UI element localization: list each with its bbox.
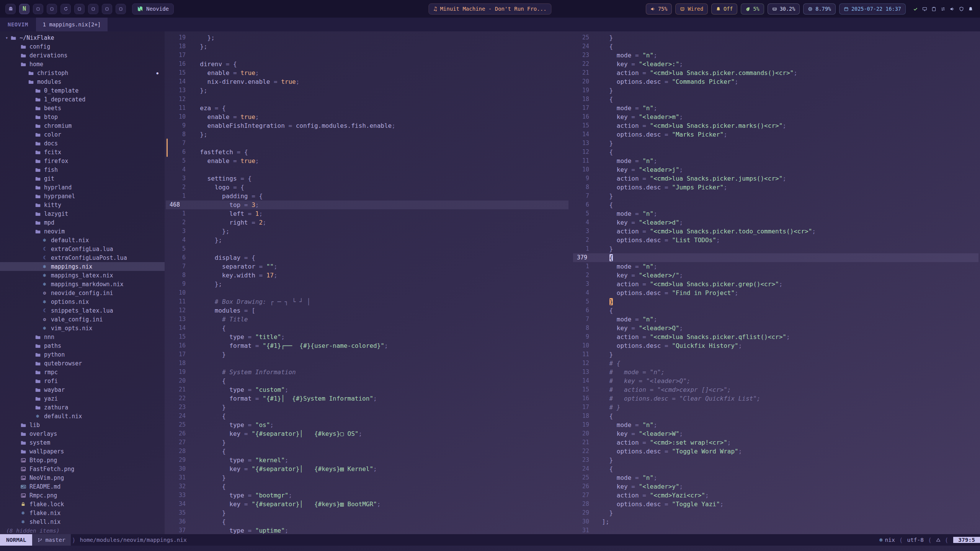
tree-item-color[interactable]: color — [0, 130, 165, 139]
tree-item-lazygit[interactable]: lazygit — [0, 209, 165, 218]
code-line: 6 display = { — [166, 253, 568, 262]
network-traffic-icon[interactable] — [941, 7, 946, 11]
tree-item-label: christoph — [37, 70, 68, 77]
tree-item-python[interactable]: python — [0, 350, 165, 359]
tree-item-lib[interactable]: lib — [0, 421, 165, 429]
tree-item-fastfetch-png[interactable]: FastFetch.png — [0, 465, 165, 473]
tree-item-label: default.nix — [51, 237, 89, 244]
tree-item-default-nix[interactable]: ❄default.nix — [0, 412, 165, 421]
clipboard-icon[interactable] — [931, 7, 936, 11]
file-tree[interactable]: ▾~/NixFlakeconfigderivationshomechristop… — [0, 31, 165, 534]
vpn-icon[interactable] — [959, 7, 964, 11]
tree-item-mappings-markdown-nix[interactable]: ❄mappings_markdown.nix — [0, 280, 165, 289]
clock-module[interactable]: 2025-07-22 16:37 — [839, 3, 906, 15]
tree-item-beets[interactable]: beets — [0, 104, 165, 112]
tree-item-git[interactable]: git — [0, 174, 165, 183]
tree-item-waybar[interactable]: waybar — [0, 385, 165, 394]
network-module[interactable]: Wired — [675, 3, 708, 15]
tree-item-extraconfigluapost-lua[interactable]: ☾extraConfigLuaPost.lua — [0, 253, 165, 262]
tree-item-vale-config-ini[interactable]: ⚙vale_config.ini — [0, 315, 165, 324]
workspace-9-button[interactable] — [116, 4, 126, 14]
tree-item-zathura[interactable]: zathura — [0, 403, 165, 412]
tree-item-derivations[interactable]: derivations — [0, 51, 165, 60]
tree-item-0-template[interactable]: 0_template — [0, 86, 165, 95]
tab-mappings-nix[interactable]: 1 mappings.nix[2+] — [36, 18, 108, 31]
tree-item-rmpc[interactable]: rmpc — [0, 368, 165, 377]
tree-item-fish[interactable]: fish — [0, 165, 165, 174]
tree-item-1-deprecated[interactable]: 1_deprecated — [0, 95, 165, 104]
tree-item-wallpapers[interactable]: wallpapers — [0, 447, 165, 456]
workspace-3-button[interactable] — [33, 4, 43, 14]
volume-module[interactable]: 75% — [646, 3, 672, 15]
tree-item-vim-opts-nix[interactable]: ❄vim_opts.nix — [0, 324, 165, 333]
editor-pane-right[interactable]: 25 }24 {23 mode = "n";22 key = "<leader>… — [573, 31, 978, 534]
workspace-7-button[interactable] — [88, 4, 98, 14]
tree-item-readme-md[interactable]: README.md — [0, 482, 165, 491]
workspace-6-button[interactable] — [74, 4, 85, 14]
tree-item-paths[interactable]: paths — [0, 341, 165, 350]
workspace-1-button[interactable] — [5, 4, 16, 14]
cpu-module[interactable]: 8.79% — [803, 3, 836, 15]
tree-item-nixflake[interactable]: ▾~/NixFlake — [0, 33, 165, 42]
tree-item-options-nix[interactable]: ❄options.nix — [0, 297, 165, 306]
code-line: 6 { — [573, 306, 978, 315]
tree-item-default-nix[interactable]: ❄default.nix — [0, 236, 165, 245]
tree-item-flake-nix[interactable]: ❄flake.nix — [0, 509, 165, 517]
tree-item-mappings-nix[interactable]: ❄mappings.nix — [0, 262, 165, 271]
topbar-modules: 75%WiredOff5%30.2%8.79%2025-07-22 16:37 — [646, 3, 906, 15]
memory-module[interactable]: 30.2% — [768, 3, 800, 15]
tree-item-firefox[interactable]: firefox — [0, 156, 165, 165]
tree-item-fcitx[interactable]: fcitx — [0, 148, 165, 156]
tree-item-docs[interactable]: docs — [0, 139, 165, 148]
tree-item-extraconfiglua-lua[interactable]: ☾extraConfigLua.lua — [0, 245, 165, 253]
editor-pane-left[interactable]: 19 };18 };1716 direnv = {15 enable = tru… — [166, 31, 568, 534]
tree-item-config[interactable]: config — [0, 42, 165, 51]
square-icon — [119, 7, 123, 11]
tree-item-modules[interactable]: modules — [0, 77, 165, 86]
workspace-2-button[interactable]: N — [19, 4, 29, 14]
code-line: 3 action = "<cmd>lua Snacks.picker.todo_… — [573, 227, 978, 236]
workspace-8-button[interactable] — [102, 4, 112, 14]
tree-item-btop[interactable]: btop — [0, 112, 165, 121]
tree-item-rofi[interactable]: rofi — [0, 377, 165, 385]
tree-item-nnn[interactable]: nnn — [0, 333, 165, 341]
code-line: 16 format = "{#1}┌── {#}{user-name-color… — [166, 341, 568, 350]
audio-icon[interactable] — [950, 7, 955, 11]
tree-item-hyprpanel[interactable]: hyprpanel — [0, 192, 165, 201]
status-check-icon[interactable] — [913, 7, 918, 11]
tree-item-home[interactable]: home — [0, 60, 165, 68]
notifications-module[interactable]: Off — [711, 3, 737, 15]
tree-item-hyprland[interactable]: hyprland — [0, 183, 165, 192]
line-number: 1 — [573, 245, 595, 253]
nix-icon: ❄ — [879, 537, 883, 543]
tree-item-chromium[interactable]: chromium — [0, 121, 165, 130]
tree-item-btop-png[interactable]: Btop.png — [0, 456, 165, 465]
workspace-4-button[interactable] — [47, 4, 57, 14]
app-button[interactable]: Neovide — [132, 3, 174, 15]
tree-item-overlays[interactable]: overlays — [0, 429, 165, 438]
line-number: 10 — [166, 289, 193, 297]
tree-item-mpd[interactable]: mpd — [0, 218, 165, 227]
tree-item-snippets-latex-lua[interactable]: ☾snippets_latex.lua — [0, 306, 165, 315]
tree-item-neovim[interactable]: neovim — [0, 227, 165, 236]
bell-icon[interactable] — [968, 7, 973, 11]
tree-item-qutebrowser[interactable]: qutebrowser — [0, 359, 165, 368]
tree-item-shell-nix[interactable]: ❄shell.nix — [0, 517, 165, 526]
workspace-5-button[interactable] — [60, 4, 71, 14]
tree-item-label: README.md — [29, 483, 60, 490]
image-icon — [20, 493, 26, 498]
tree-item-system[interactable]: system — [0, 438, 165, 447]
leaf-icon — [745, 7, 750, 11]
screen-icon[interactable] — [922, 7, 927, 11]
tree-item-flake-lock[interactable]: flake.lock — [0, 500, 165, 509]
tree-item-neovide-config-ini[interactable]: ⚙neovide_config.ini — [0, 289, 165, 297]
music-module[interactable]: ♫ Minuit Machine - Don't Run Fro... — [428, 3, 551, 15]
tree-item-mappings-latex-nix[interactable]: ❄mappings_latex.nix — [0, 271, 165, 280]
tree-item-christoph[interactable]: christoph● — [0, 68, 165, 77]
tree-item-neovim-png[interactable]: NeoVim.png — [0, 473, 165, 482]
tree-item-rmpc-png[interactable]: Rmpc.png — [0, 491, 165, 500]
tree-item-yazi[interactable]: yazi — [0, 394, 165, 403]
git-branch[interactable]: master — [32, 534, 70, 546]
tree-item-kitty[interactable]: kitty — [0, 201, 165, 209]
power-module[interactable]: 5% — [741, 3, 764, 15]
